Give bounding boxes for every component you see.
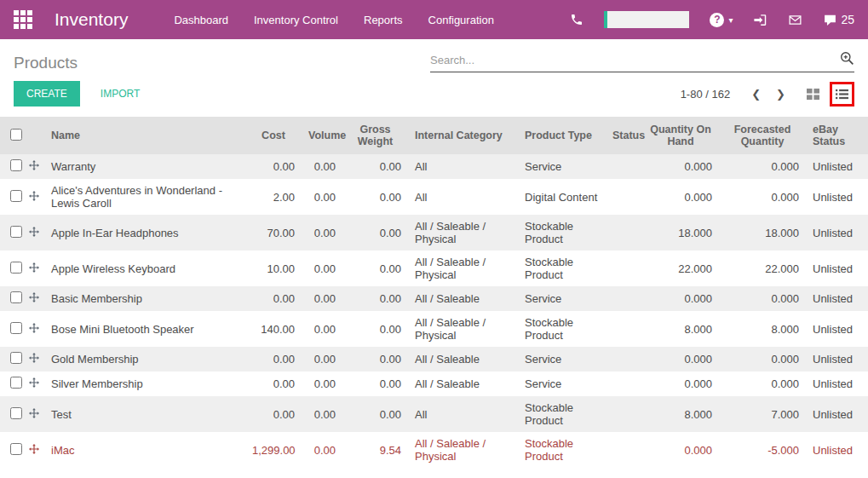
cell-forecasted-quantity[interactable]: 0.000	[719, 154, 806, 179]
cell-quantity-on-hand[interactable]: 8.000	[642, 311, 719, 347]
pager-next-button[interactable]: ❯	[768, 86, 793, 102]
cell-cost[interactable]: 70.00	[245, 215, 302, 251]
cell-volume[interactable]: 0.00	[302, 215, 342, 251]
table-row[interactable]: Gold Membership 0.00 0.00 0.00 All / Sal…	[0, 347, 868, 371]
cell-volume[interactable]: 0.00	[302, 347, 342, 371]
cell-forecasted-quantity[interactable]: 0.000	[719, 286, 806, 311]
cell-status[interactable]	[606, 154, 642, 179]
cell-internal-category[interactable]: All	[408, 396, 518, 432]
cell-ebay-status[interactable]: Unlisted	[806, 347, 868, 371]
cell-product-type[interactable]: Service	[518, 154, 606, 179]
column-gross-weight[interactable]: Gross Weight	[342, 117, 408, 154]
cell-name[interactable]: Silver Membership	[44, 371, 245, 396]
cell-internal-category[interactable]: All / Saleable / Physical	[408, 251, 518, 286]
cell-volume[interactable]: 0.00	[302, 286, 342, 311]
cell-forecasted-quantity[interactable]: -5.000	[719, 432, 806, 468]
cell-gross-weight[interactable]: 0.00	[342, 179, 408, 215]
column-ebay-status[interactable]: eBay Status	[806, 117, 868, 154]
cell-ebay-status[interactable]: Unlisted	[806, 215, 868, 251]
cell-volume[interactable]: 0.00	[302, 396, 342, 432]
cell-forecasted-quantity[interactable]: 0.000	[719, 347, 806, 371]
cell-product-type[interactable]: Stockable Product	[518, 396, 606, 432]
row-checkbox[interactable]	[10, 291, 22, 303]
cell-forecasted-quantity[interactable]: 22.000	[719, 251, 806, 286]
cell-name[interactable]: Apple Wireless Keyboard	[44, 251, 245, 286]
cell-gross-weight[interactable]: 0.00	[342, 371, 408, 396]
cell-product-type[interactable]: Digital Content	[518, 179, 606, 215]
nav-dashboard[interactable]: Dashboard	[174, 14, 228, 26]
drag-handle[interactable]	[24, 347, 44, 371]
column-volume[interactable]: Volume	[302, 117, 342, 154]
cell-cost[interactable]: 0.00	[245, 371, 302, 396]
cell-forecasted-quantity[interactable]: 8.000	[719, 311, 806, 347]
import-button[interactable]: IMPORT	[101, 88, 140, 100]
drag-handle[interactable]	[24, 432, 44, 468]
cell-name[interactable]: Apple In-Ear Headphones	[44, 215, 245, 251]
cell-product-type[interactable]: Service	[518, 371, 606, 396]
cell-volume[interactable]: 0.00	[302, 179, 342, 215]
cell-cost[interactable]: 1,299.00	[245, 432, 302, 468]
drag-handle[interactable]	[24, 154, 44, 179]
cell-ebay-status[interactable]: Unlisted	[806, 432, 868, 468]
select-all-checkbox[interactable]	[10, 129, 22, 141]
cell-forecasted-quantity[interactable]: 18.000	[719, 215, 806, 251]
cell-volume[interactable]: 0.00	[302, 311, 342, 347]
nav-inventory-control[interactable]: Inventory Control	[254, 14, 338, 26]
cell-product-type[interactable]: Stockable Product	[518, 432, 606, 468]
table-row[interactable]: Alice's Adventures in Wonderland - Lewis…	[0, 179, 868, 215]
cell-name[interactable]: Gold Membership	[44, 347, 245, 371]
column-status[interactable]: Status	[606, 117, 642, 154]
row-checkbox[interactable]	[10, 352, 22, 364]
cell-status[interactable]	[606, 347, 642, 371]
create-button[interactable]: CREATE	[14, 81, 80, 107]
column-name[interactable]: Name	[44, 117, 245, 154]
cell-forecasted-quantity[interactable]: 0.000	[719, 179, 806, 215]
pager-previous-button[interactable]: ❮	[744, 86, 768, 102]
cell-volume[interactable]: 0.00	[302, 154, 342, 179]
cell-internal-category[interactable]: All	[408, 154, 518, 179]
cell-cost[interactable]: 0.00	[245, 154, 302, 179]
cell-gross-weight[interactable]: 0.00	[342, 154, 408, 179]
cell-status[interactable]	[606, 251, 642, 286]
row-checkbox[interactable]	[10, 190, 22, 202]
cell-product-type[interactable]: Service	[518, 286, 606, 311]
table-row[interactable]: Apple In-Ear Headphones 70.00 0.00 0.00 …	[0, 215, 868, 251]
cell-gross-weight[interactable]: 0.00	[342, 215, 408, 251]
cell-internal-category[interactable]: All / Saleable / Physical	[408, 215, 518, 251]
cell-quantity-on-hand[interactable]: 0.000	[642, 371, 719, 396]
kanban-view-button[interactable]	[805, 86, 821, 102]
zoom-in-search-icon[interactable]	[840, 51, 854, 69]
cell-cost[interactable]: 0.00	[245, 286, 302, 311]
row-checkbox[interactable]	[10, 159, 22, 171]
drag-handle[interactable]	[24, 286, 44, 311]
row-checkbox[interactable]	[10, 407, 22, 419]
column-cost[interactable]: Cost	[245, 117, 302, 154]
row-checkbox[interactable]	[10, 226, 22, 238]
table-row[interactable]: Bose Mini Bluetooth Speaker 140.00 0.00 …	[0, 311, 868, 347]
table-row[interactable]: iMac 1,299.00 0.00 9.54 All / Saleable /…	[0, 432, 868, 468]
cell-internal-category[interactable]: All / Saleable	[408, 286, 518, 311]
cell-name[interactable]: Basic Membership	[44, 286, 245, 311]
cell-ebay-status[interactable]: Unlisted	[806, 154, 868, 179]
search-input[interactable]	[430, 54, 840, 66]
cell-quantity-on-hand[interactable]: 0.000	[642, 154, 719, 179]
cell-quantity-on-hand[interactable]: 0.000	[642, 179, 719, 215]
cell-ebay-status[interactable]: Unlisted	[806, 179, 868, 215]
column-forecasted-quantity[interactable]: Forecasted Quantity	[719, 117, 806, 154]
cell-forecasted-quantity[interactable]: 0.000	[719, 371, 806, 396]
help-menu[interactable]: ? ▾	[710, 13, 733, 27]
drag-handle[interactable]	[24, 251, 44, 286]
cell-cost[interactable]: 10.00	[245, 251, 302, 286]
cell-product-type[interactable]: Service	[518, 347, 606, 371]
cell-internal-category[interactable]: All / Saleable	[408, 371, 518, 396]
cell-internal-category[interactable]: All	[408, 179, 518, 215]
cell-name[interactable]: Bose Mini Bluetooth Speaker	[44, 311, 245, 347]
cell-quantity-on-hand[interactable]: 22.000	[642, 251, 719, 286]
column-internal-category[interactable]: Internal Category	[408, 117, 518, 154]
drag-handle[interactable]	[24, 371, 44, 396]
cell-quantity-on-hand[interactable]: 18.000	[642, 215, 719, 251]
chat-counter[interactable]: 25	[823, 13, 854, 27]
cell-quantity-on-hand[interactable]: 0.000	[642, 432, 719, 468]
cell-internal-category[interactable]: All / Saleable / Physical	[408, 311, 518, 347]
cell-product-type[interactable]: Stockable Product	[518, 311, 606, 347]
